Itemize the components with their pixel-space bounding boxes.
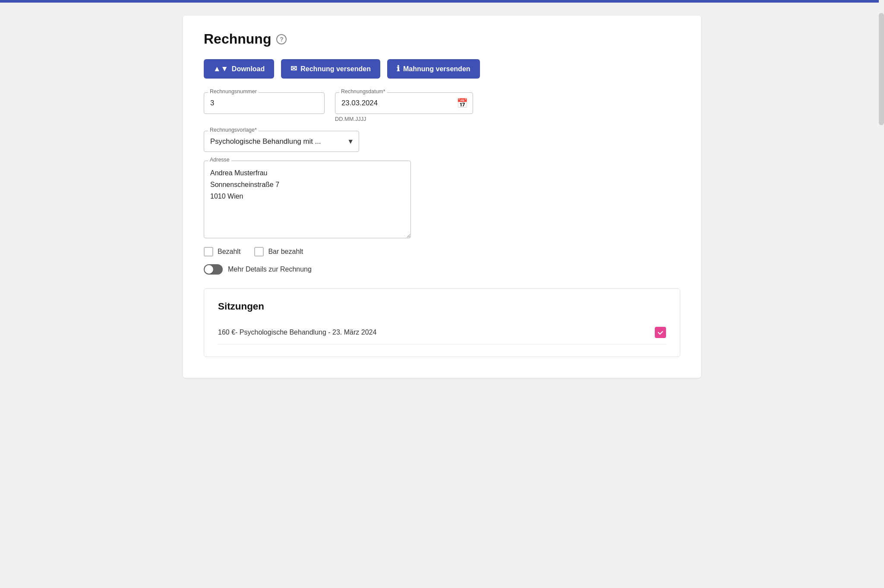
- address-field: Adresse Andrea Musterfrau Sonnenscheinst…: [204, 161, 411, 238]
- form-row-address: Adresse Andrea Musterfrau Sonnenscheinst…: [204, 161, 680, 238]
- paid-checkbox[interactable]: [204, 247, 213, 256]
- date-input-wrapper: 📅: [335, 92, 473, 114]
- invoice-number-label: Rechnungsnummer: [208, 89, 259, 95]
- scrollbar-thumb[interactable]: [879, 13, 884, 125]
- email-icon: ✉: [290, 64, 297, 73]
- cash-paid-checkbox-item: Bar bezahlt: [254, 247, 303, 256]
- invoice-date-input[interactable]: [335, 92, 473, 114]
- info-icon: ℹ: [397, 64, 400, 73]
- send-invoice-button[interactable]: ✉ Rechnung versenden: [281, 59, 380, 79]
- template-select-wrapper: Psychologische Behandlung mit ... ▼: [204, 131, 359, 152]
- invoice-date-field: Rechnungsdatum* 📅 DD.MM.JJJJ: [335, 92, 473, 122]
- cash-paid-checkbox[interactable]: [254, 247, 264, 256]
- sitzungen-card: Sitzungen 160 €- Psychologische Behandlu…: [204, 288, 680, 357]
- help-icon[interactable]: ?: [276, 34, 287, 44]
- top-bar: [0, 0, 884, 3]
- action-buttons: ▲▼ Download ✉ Rechnung versenden ℹ Mahnu…: [204, 59, 680, 79]
- toggle-row: Mehr Details zur Rechnung: [204, 264, 680, 275]
- invoice-template-field: Rechnungsvorlage* Psychologische Behandl…: [204, 131, 359, 152]
- checkmark-icon: [657, 329, 664, 336]
- main-card: Rechnung ? ▲▼ Download ✉ Rechnung versen…: [183, 16, 701, 378]
- paid-label: Bezahlt: [218, 248, 240, 256]
- title-row: Rechnung ?: [204, 31, 680, 47]
- details-toggle[interactable]: [204, 264, 223, 275]
- address-label: Adresse: [208, 157, 231, 163]
- cash-paid-label: Bar bezahlt: [268, 248, 303, 256]
- sitzung-text: 160 €- Psychologische Behandlung - 23. M…: [218, 329, 376, 336]
- scrollbar-track: [879, 0, 884, 391]
- paid-checkbox-item: Bezahlt: [204, 247, 240, 256]
- invoice-template-label: Rechnungsvorlage*: [208, 127, 259, 133]
- address-textarea[interactable]: Andrea Musterfrau Sonnenscheinstraße 7 1…: [204, 161, 411, 238]
- checkboxes-row: Bezahlt Bar bezahlt: [204, 247, 680, 256]
- toggle-label: Mehr Details zur Rechnung: [228, 266, 312, 273]
- invoice-date-label: Rechnungsdatum*: [339, 89, 387, 95]
- send-reminder-button[interactable]: ℹ Mahnung versenden: [387, 59, 480, 79]
- toggle-thumb: [205, 265, 213, 274]
- form-row-top: Rechnungsnummer Rechnungsdatum* 📅 DD.MM.…: [204, 92, 680, 122]
- sitzungen-title: Sitzungen: [218, 301, 666, 312]
- invoice-template-select[interactable]: Psychologische Behandlung mit ...: [204, 131, 359, 152]
- page-title: Rechnung: [204, 31, 271, 47]
- checked-icon[interactable]: [655, 327, 666, 338]
- sitzung-item: 160 €- Psychologische Behandlung - 23. M…: [218, 321, 666, 345]
- invoice-number-input[interactable]: [204, 92, 325, 114]
- date-hint: DD.MM.JJJJ: [335, 116, 473, 122]
- invoice-number-field: Rechnungsnummer: [204, 92, 325, 122]
- download-button[interactable]: ▲▼ Download: [204, 59, 274, 79]
- download-icon: ▲▼: [213, 64, 228, 73]
- form-row-template: Rechnungsvorlage* Psychologische Behandl…: [204, 131, 680, 152]
